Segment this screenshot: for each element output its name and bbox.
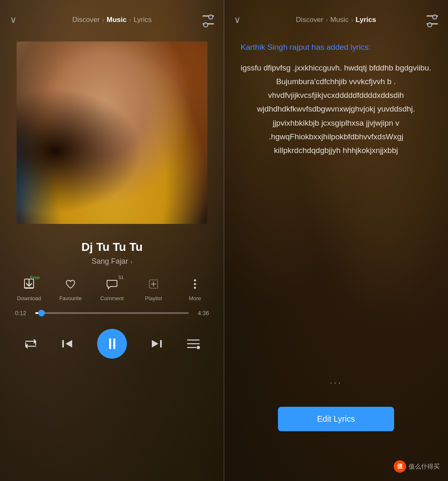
artist-name: Sang Fajar <box>92 257 128 266</box>
download-label: Download <box>17 295 41 301</box>
left-back-chevron[interactable]: ∨ <box>10 15 17 25</box>
current-time: 0:12 <box>15 310 29 316</box>
nav-lyrics-right[interactable]: Lyrics <box>355 16 376 24</box>
left-top-nav: ∨ Discover › Music › Lyrics <box>0 0 224 33</box>
lyrics-attribution: Karthik Singh rajput has added lyrics: <box>241 41 431 53</box>
more-icon <box>193 278 197 293</box>
next-button[interactable] <box>150 338 163 350</box>
progress-thumb[interactable] <box>38 310 45 316</box>
comment-label: Comment <box>100 295 124 301</box>
playlist-icon <box>148 278 159 293</box>
download-button[interactable]: Free Download <box>15 278 44 301</box>
more-button[interactable]: More <box>180 278 209 301</box>
nav-discover-right[interactable]: Discover <box>296 16 323 24</box>
nav-music-right[interactable]: Music <box>330 16 348 24</box>
nav-sep-1-left: › <box>102 17 104 23</box>
pause-icon <box>109 338 115 349</box>
progress-track[interactable] <box>35 312 189 314</box>
right-settings-line-1 <box>426 15 438 17</box>
comment-button[interactable]: 51 Comment <box>97 278 127 301</box>
album-art <box>17 41 207 224</box>
watermark-text: 值么什得买 <box>409 463 440 471</box>
comment-badge: 51 <box>119 275 124 280</box>
nav-sep-2-right: › <box>351 17 353 23</box>
favourite-button[interactable]: Favourite <box>56 278 85 301</box>
right-top-nav: ∨ Discover › Music › Lyrics <box>224 0 448 33</box>
right-breadcrumb: Discover › Music › Lyrics <box>246 16 426 24</box>
song-info: Dj Tu Tu Tu Sang Fajar › <box>0 232 224 270</box>
nav-sep-2-left: › <box>129 17 131 23</box>
album-photo <box>17 41 207 224</box>
download-icon: Free <box>23 278 35 293</box>
song-artist[interactable]: Sang Fajar › <box>17 257 207 266</box>
action-buttons: Free Download Favourite 51 <box>0 270 224 306</box>
song-title: Dj Tu Tu Tu <box>17 240 207 254</box>
free-badge: Free <box>30 275 40 280</box>
lyrics-more: ... <box>241 375 431 386</box>
playback-controls <box>0 321 224 375</box>
prev-button[interactable] <box>61 338 74 350</box>
playlist-label: Playlist <box>145 295 162 301</box>
svg-point-7 <box>194 287 196 289</box>
right-settings-line-2 <box>426 23 438 24</box>
playlist-button[interactable]: Playlist <box>139 278 168 301</box>
favourite-label: Favourite <box>59 295 82 301</box>
watermark-icon: 值 <box>394 460 406 473</box>
nav-sep-1-right: › <box>326 17 328 23</box>
settings-line-2 <box>202 23 214 24</box>
watermark: 值 值么什得买 <box>394 460 440 473</box>
settings-line-1 <box>202 15 214 17</box>
total-time: 4:36 <box>195 310 209 316</box>
lyrics-content: Karthik Singh rajput has added lyrics: i… <box>224 33 448 481</box>
right-settings-icon[interactable] <box>426 15 438 24</box>
svg-point-5 <box>194 279 196 282</box>
left-breadcrumb: Discover › Music › Lyrics <box>22 16 202 24</box>
progress-bar[interactable]: 0:12 4:36 <box>15 310 209 316</box>
repeat-button[interactable] <box>24 338 37 350</box>
pause-bar-2 <box>113 338 115 349</box>
left-settings-icon[interactable] <box>202 15 214 24</box>
pause-bar-1 <box>109 338 111 349</box>
svg-point-6 <box>194 283 196 285</box>
nav-discover-left[interactable]: Discover <box>72 16 100 24</box>
favourite-icon <box>65 278 76 293</box>
left-panel: ∨ Discover › Music › Lyrics Dj Tu Tu Tu … <box>0 0 224 481</box>
lyrics-text: igssfu dfipvfsg .jxxkhiccguvh. hwdqtj bf… <box>241 61 431 367</box>
comment-icon: 51 <box>106 278 118 293</box>
svg-rect-9 <box>160 340 162 347</box>
pause-button[interactable] <box>97 329 127 359</box>
queue-button[interactable] <box>187 338 200 349</box>
right-panel: ∨ Discover › Music › Lyrics Karthik Sing… <box>224 0 448 481</box>
nav-music-left[interactable]: Music <box>107 16 127 24</box>
artist-chevron: › <box>131 258 133 265</box>
panel-divider <box>224 0 224 481</box>
edit-lyrics-button[interactable]: Edit Lyrics <box>278 407 394 431</box>
svg-point-13 <box>197 346 200 349</box>
nav-lyrics-left[interactable]: Lyrics <box>134 16 152 24</box>
progress-section: 0:12 4:36 <box>0 306 224 321</box>
svg-rect-8 <box>62 340 64 347</box>
right-back-chevron[interactable]: ∨ <box>234 15 241 25</box>
more-label: More <box>189 295 201 301</box>
album-art-container <box>0 33 224 232</box>
